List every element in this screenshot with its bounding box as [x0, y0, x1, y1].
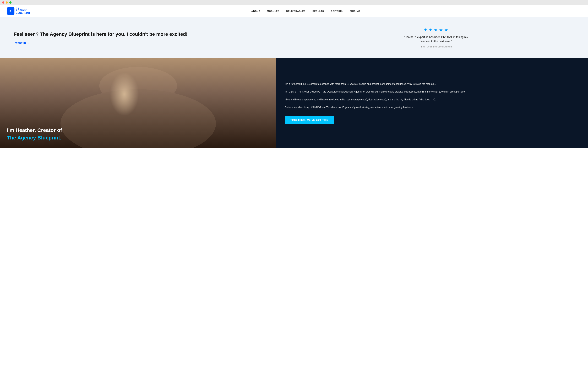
logo-icon: R [7, 7, 15, 15]
star-2: ★ [429, 28, 433, 32]
i-want-in-link[interactable]: I WANT IN → [14, 42, 29, 44]
star-5: ★ [444, 28, 448, 32]
nav-links: ABOUT MODULES DELIVERABLES RESULTS CRITE… [251, 9, 360, 13]
nav-link-modules[interactable]: MODULES [267, 10, 279, 12]
star-4: ★ [439, 28, 443, 32]
bio-paragraph-3: I live and breathe operations, and have … [285, 98, 579, 102]
testimonial-author: - Lea Turner, Lea Does LinkedIn [420, 45, 452, 48]
photo-heading: I'm Heather, Creator of [7, 127, 269, 133]
hero-left: Feel seen? The Agency Blueprint is here … [14, 31, 291, 45]
bottom-section: I'm Heather, Creator of The Agency Bluep… [0, 58, 588, 148]
nav-link-deliverables[interactable]: DELIVERABLES [286, 10, 306, 12]
dark-side: I'm a former fortune-5, corporate escape… [276, 58, 588, 148]
nav-link-pricing[interactable]: PRICING [350, 10, 360, 12]
svg-text:R: R [9, 10, 11, 13]
together-cta-button[interactable]: TOGETHER, WE'VE GOT THIS [285, 116, 334, 124]
nav-link-about[interactable]: ABOUT [251, 10, 260, 13]
navigation: R THE AGENCY BLUEPRINT ABOUT MODULES DEL… [0, 5, 588, 17]
bio-paragraph-2: I'm CEO of The Clover Collective – the O… [285, 90, 579, 94]
hero-section: Feel seen? The Agency Blueprint is here … [0, 17, 588, 58]
close-button[interactable] [2, 1, 4, 4]
title-bar [0, 0, 588, 5]
logo-text: THE AGENCY BLUEPRINT [16, 7, 31, 15]
star-1: ★ [424, 28, 427, 32]
bio-paragraph-1: I'm a former fortune-5, corporate escape… [285, 82, 579, 86]
photo-side: I'm Heather, Creator of The Agency Bluep… [0, 58, 276, 148]
hero-right: ★ ★ ★ ★ ★ “Heather’s expertise has been … [291, 28, 574, 48]
star-rating: ★ ★ ★ ★ ★ [424, 28, 448, 32]
logo[interactable]: R THE AGENCY BLUEPRINT [7, 7, 31, 15]
photo-overlay-text: I'm Heather, Creator of The Agency Bluep… [7, 127, 269, 141]
nav-link-criteria[interactable]: CRITERIA [331, 10, 343, 12]
photo-subheading: The Agency Blueprint. [7, 135, 269, 141]
testimonial-quote: “Heather’s expertise has been PIVOTAL in… [403, 35, 468, 43]
bio-paragraph-4: Believe me when I say I CANNOT WAIT to s… [285, 105, 579, 109]
hero-heading: Feel seen? The Agency Blueprint is here … [14, 31, 291, 37]
minimize-button[interactable] [6, 1, 8, 4]
photo-placeholder: I'm Heather, Creator of The Agency Bluep… [0, 58, 276, 148]
maximize-button[interactable] [9, 1, 12, 4]
star-3: ★ [434, 28, 438, 32]
nav-link-results[interactable]: RESULTS [312, 10, 324, 12]
